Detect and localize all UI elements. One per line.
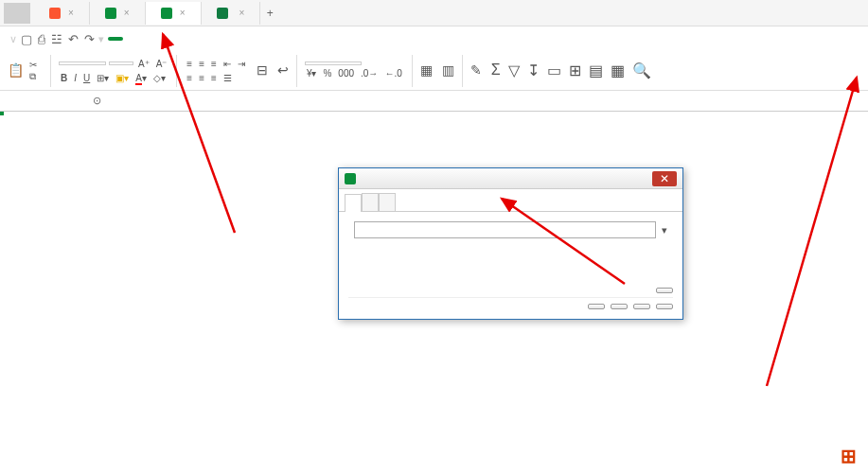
clear-format-button[interactable]: ◇▾ xyxy=(151,72,168,84)
dialog-close-button[interactable]: ✕ xyxy=(652,171,677,186)
ribbon-tab-security[interactable] xyxy=(240,37,256,41)
dialog-tab-find[interactable] xyxy=(345,194,362,212)
align-left-icon[interactable]: ≡ xyxy=(185,72,194,84)
align-center-icon[interactable]: ≡ xyxy=(197,72,206,84)
toolbar: 📋 ✂ ⧉ A⁺ A⁻ B I U ⊞▾ ▣▾ A▾ ◇▾ ≡ ≡ ≡ ⇤ ⇥ xyxy=(0,51,868,91)
doc-tab-2[interactable]: × xyxy=(146,2,202,25)
italic-button[interactable]: I xyxy=(72,72,79,84)
close-icon[interactable]: × xyxy=(180,8,186,18)
cond-format-button[interactable]: ▦ xyxy=(416,62,436,79)
rowcol-icon[interactable]: ⊞ xyxy=(569,61,581,79)
formula-bar: ⊙ xyxy=(0,91,868,112)
ribbon-tab-insert[interactable] xyxy=(127,37,142,41)
align-top-icon[interactable]: ≡ xyxy=(185,58,194,70)
ribbon-tab-start[interactable] xyxy=(108,37,123,41)
sheet-icon xyxy=(161,8,172,19)
sheet-icon xyxy=(105,8,116,19)
ribbon-tab-view[interactable] xyxy=(221,37,237,41)
font-select[interactable] xyxy=(59,61,106,65)
doc-assist-button[interactable]: ✎ xyxy=(467,62,486,79)
doc-tab-1[interactable]: × xyxy=(90,2,146,25)
find-next-button[interactable] xyxy=(633,304,650,309)
dialog-tab-goto[interactable] xyxy=(379,193,396,211)
office-logo-icon: ⊞ xyxy=(841,445,857,467)
separator xyxy=(296,55,297,87)
decrease-font-icon[interactable]: A⁻ xyxy=(154,58,169,70)
watermark: ⊞ xyxy=(841,445,860,467)
separator xyxy=(462,55,463,87)
close-icon[interactable]: × xyxy=(124,8,130,18)
font-color-button[interactable]: A▾ xyxy=(133,72,149,84)
zoom-icon[interactable]: ⊙ xyxy=(93,95,101,107)
separator xyxy=(50,55,51,87)
indent-inc-icon[interactable]: ⇥ xyxy=(236,58,247,70)
cut-button[interactable]: ✂ xyxy=(29,60,37,70)
doc-tab-3[interactable]: × xyxy=(202,2,261,25)
find-all-button[interactable] xyxy=(588,304,605,309)
ribbon-tabs: ∨ ▢ ⎙ ☳ ↶ ↷ ▾ xyxy=(0,26,868,51)
freeze-icon[interactable]: ▦ xyxy=(611,61,625,79)
size-select[interactable] xyxy=(109,61,133,65)
undo-icon[interactable]: ↶ xyxy=(68,32,79,46)
currency-icon[interactable]: ¥▾ xyxy=(305,67,319,79)
fill-color-button[interactable]: ▣▾ xyxy=(114,72,131,84)
decimal-dec-icon[interactable]: ←.0 xyxy=(382,67,403,79)
close-icon[interactable]: × xyxy=(239,8,245,18)
merge-center-button[interactable]: ⊟ xyxy=(253,62,272,79)
separator: ∨ xyxy=(9,33,17,45)
percent-icon[interactable]: % xyxy=(321,67,333,79)
sheet-icon[interactable]: ▤ xyxy=(589,61,603,79)
ribbon-tab-data[interactable] xyxy=(184,37,199,41)
sum-icon[interactable]: Σ xyxy=(491,61,501,79)
dropdown-icon[interactable]: ▾ xyxy=(662,224,673,236)
number-format-select[interactable] xyxy=(305,61,362,65)
align-mid-icon[interactable]: ≡ xyxy=(197,58,206,70)
underline-button[interactable]: U xyxy=(81,72,92,84)
home-tab[interactable] xyxy=(4,3,30,24)
filter-icon[interactable]: ▽ xyxy=(508,61,520,79)
increase-font-icon[interactable]: A⁺ xyxy=(136,58,151,70)
dialog-tab-replace[interactable] xyxy=(362,193,379,211)
separator xyxy=(176,55,177,87)
indent-dec-icon[interactable]: ⇤ xyxy=(221,58,233,70)
find-icon[interactable]: 🔍 xyxy=(632,61,651,79)
wrap-text-button[interactable]: ↩ xyxy=(274,62,292,79)
merge-icon: ⊟ xyxy=(257,62,268,78)
table-style-button[interactable]: ▥ xyxy=(438,62,458,79)
bold-button[interactable]: B xyxy=(59,72,69,84)
find-dialog: ✕ ▾ xyxy=(338,167,683,320)
comma-icon[interactable]: 000 xyxy=(336,67,356,79)
tablestyle-icon: ▥ xyxy=(442,62,454,78)
align-bot-icon[interactable]: ≡ xyxy=(209,58,219,70)
ribbon-tab-formula[interactable] xyxy=(165,37,180,41)
border-button[interactable]: ⊞▾ xyxy=(95,72,111,84)
merge-icon[interactable]: ☰ xyxy=(221,72,234,84)
ribbon-tab-layout[interactable] xyxy=(146,37,161,41)
find-input[interactable] xyxy=(354,221,656,238)
save-icon[interactable]: ▢ xyxy=(21,32,32,46)
print-icon[interactable]: ⎙ xyxy=(38,32,45,46)
ribbon-tab-review[interactable] xyxy=(203,37,218,41)
format-icon[interactable]: ▭ xyxy=(547,61,561,79)
assist-icon: ✎ xyxy=(470,62,482,78)
decimal-inc-icon[interactable]: .0→ xyxy=(359,67,380,79)
ribbon-tab-feature[interactable] xyxy=(278,37,293,41)
copy-button[interactable]: ⧉ xyxy=(29,71,37,82)
redo-icon[interactable]: ↷ xyxy=(84,32,95,46)
find-prev-button[interactable] xyxy=(611,304,628,309)
ribbon-tab-dev[interactable] xyxy=(259,37,275,41)
svg-line-2 xyxy=(767,78,857,386)
doc-tab-0[interactable]: × xyxy=(34,2,90,25)
add-tab-button[interactable]: + xyxy=(260,7,279,20)
paste-group[interactable]: 📋 xyxy=(4,62,27,79)
close-button[interactable] xyxy=(656,304,673,309)
preview-icon[interactable]: ☳ xyxy=(51,32,62,46)
wrap-icon: ↩ xyxy=(277,62,289,78)
dialog-titlebar[interactable]: ✕ xyxy=(339,168,682,189)
align-right-icon[interactable]: ≡ xyxy=(209,72,219,84)
options-button[interactable] xyxy=(656,288,673,293)
close-icon[interactable]: × xyxy=(68,8,74,18)
wps-icon xyxy=(49,8,61,19)
sort-icon[interactable]: ↧ xyxy=(527,61,540,79)
selection-outline xyxy=(0,112,4,115)
